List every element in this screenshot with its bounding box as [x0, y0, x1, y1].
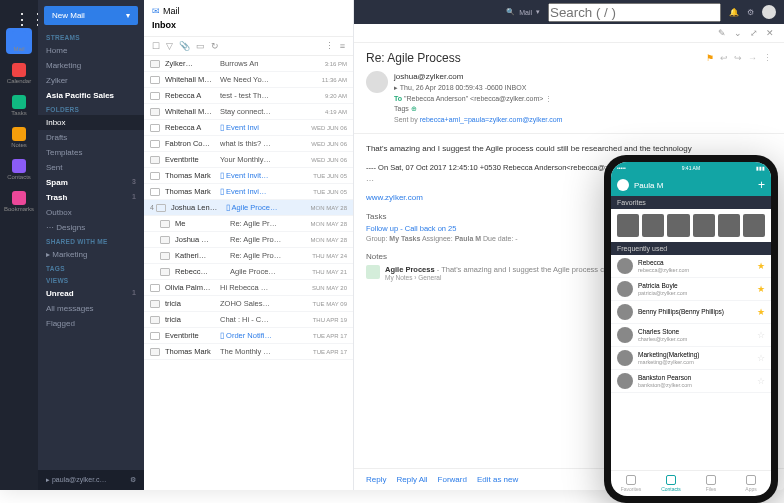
- mail-row[interactable]: Rebecca A▯ Event InviWED JUN 06: [144, 120, 353, 136]
- add-tag-icon[interactable]: ⊕: [411, 105, 417, 112]
- sidebar-item[interactable]: ▸ Marketing: [38, 247, 144, 262]
- mail-row[interactable]: Olivia Palm…Hi Rebecca …SUN MAY 20: [144, 280, 353, 296]
- mail-row[interactable]: Whitehall M…We Need Yo…11:36 AM: [144, 72, 353, 88]
- user-avatar[interactable]: [762, 5, 776, 19]
- more-icon[interactable]: ⋮: [325, 41, 334, 51]
- contact-avatar: [617, 327, 633, 343]
- mail-row[interactable]: 4Joshua Len…▯ Agile Proce…MON MAY 28: [144, 200, 353, 216]
- sidebar-item[interactable]: Inbox: [38, 115, 144, 130]
- rail-bookmarks[interactable]: Bookmarks: [6, 188, 32, 214]
- sidebar-item[interactable]: All messages: [38, 301, 144, 316]
- user-avatar[interactable]: [617, 179, 629, 191]
- mail-row[interactable]: Fabtron Co…what is this? …WED JUN 06: [144, 136, 353, 152]
- flag-icon[interactable]: ⚑: [706, 53, 714, 63]
- phone-tab-files[interactable]: Files: [691, 471, 731, 496]
- notifications-icon[interactable]: 🔔: [729, 8, 739, 17]
- sidebar-item[interactable]: Templates: [38, 145, 144, 160]
- favorite-avatar[interactable]: [718, 214, 740, 237]
- mail-row[interactable]: Thomas MarkThe Monthly …TUE APR 17: [144, 344, 353, 360]
- mail-row[interactable]: Joshua …Re: Agile Pro…MON MAY 28: [144, 232, 353, 248]
- new-mail-button[interactable]: New Mail▾: [44, 6, 138, 25]
- mail-row[interactable]: Thomas Mark▯ Event Invit…TUE JUN 05: [144, 168, 353, 184]
- checkbox-icon[interactable]: ☐: [152, 41, 160, 51]
- collapse-icon[interactable]: ⌄: [734, 28, 742, 38]
- rail-tasks[interactable]: Tasks: [6, 92, 32, 118]
- contact-row[interactable]: Charles Stonecharles@zylker.com☆: [611, 324, 771, 347]
- rail-mail[interactable]: Mail: [6, 28, 32, 54]
- phone-tab-favorites[interactable]: Favorites: [611, 471, 651, 496]
- star-icon[interactable]: ☆: [757, 330, 765, 340]
- reply-all-button[interactable]: Reply All: [396, 475, 427, 484]
- forward-icon[interactable]: →: [748, 53, 757, 63]
- apps-grid-icon[interactable]: ⋮⋮⋮: [14, 10, 24, 20]
- sidebar-item[interactable]: Sent: [38, 160, 144, 175]
- contact-row[interactable]: Benny Phillips(Benny Phillips)★: [611, 301, 771, 324]
- sidebar-item[interactable]: Spam3: [38, 175, 144, 190]
- contact-avatar: [617, 373, 633, 389]
- sort-icon[interactable]: ≡: [340, 41, 345, 51]
- favorite-avatar[interactable]: [667, 214, 689, 237]
- phone-tab-apps[interactable]: Apps: [731, 471, 771, 496]
- contact-row[interactable]: Bankston Pearsonbankston@zylker.com☆: [611, 370, 771, 393]
- contact-row[interactable]: Rebeccarebecca@zylker.com★: [611, 255, 771, 278]
- mail-row[interactable]: triciaZOHO Sales…TUE MAY 09: [144, 296, 353, 312]
- sidebar-item[interactable]: Trash1: [38, 190, 144, 205]
- sidebar-item[interactable]: Home: [38, 43, 144, 58]
- sidebar-item[interactable]: Flagged: [38, 316, 144, 331]
- search-input[interactable]: [548, 3, 721, 22]
- mail-row[interactable]: triciaChat : Hi - C…THU APR 19: [144, 312, 353, 328]
- star-icon[interactable]: ☆: [757, 376, 765, 386]
- refresh-icon[interactable]: ↻: [211, 41, 219, 51]
- sidebar-item[interactable]: Asia Pacific Sales: [38, 88, 144, 103]
- attachment-icon[interactable]: 📎: [179, 41, 190, 51]
- contact-row[interactable]: Patricia Boylepatricia@zylker.com★: [611, 278, 771, 301]
- archive-icon[interactable]: ▭: [196, 41, 205, 51]
- sidebar-item[interactable]: ⋯ Designs: [38, 220, 144, 235]
- sidebar-item[interactable]: Drafts: [38, 130, 144, 145]
- forward-button[interactable]: Forward: [438, 475, 467, 484]
- sidebar-item[interactable]: Unread1: [38, 286, 144, 301]
- sidebar-item[interactable]: Zylker: [38, 73, 144, 88]
- more-icon[interactable]: ⋮: [763, 53, 772, 63]
- rail-notes[interactable]: Notes: [6, 124, 32, 150]
- star-icon[interactable]: ☆: [757, 353, 765, 363]
- star-icon[interactable]: ★: [757, 307, 765, 317]
- favorites-row: [611, 209, 771, 242]
- compose-icon[interactable]: ✎: [718, 28, 726, 38]
- reply-all-icon[interactable]: ↪: [734, 53, 742, 63]
- settings-icon[interactable]: ⚙: [747, 8, 754, 17]
- search-scope[interactable]: 🔍Mail▾: [506, 8, 540, 16]
- rail-contacts[interactable]: Contacts: [6, 156, 32, 182]
- phone-tab-contacts[interactable]: Contacts: [651, 471, 691, 496]
- mail-row[interactable]: Whitehall M…Stay connect…4:19 AM: [144, 104, 353, 120]
- star-icon[interactable]: ★: [757, 284, 765, 294]
- edit-as-new-button[interactable]: Edit as new: [477, 475, 518, 484]
- mail-row[interactable]: Zylker…Burrows An3:16 PM: [144, 56, 353, 72]
- add-button[interactable]: +: [758, 178, 765, 192]
- account-switcher[interactable]: ▸ paula@zylker.c…⚙: [38, 470, 144, 490]
- sidebar-item[interactable]: Outbox: [38, 205, 144, 220]
- mail-row[interactable]: MeRe: Agile Pr…MON MAY 28: [144, 216, 353, 232]
- sent-by: rebecca+aml_=paula=zylker.com@zylker.com: [420, 116, 563, 123]
- favorite-avatar[interactable]: [642, 214, 664, 237]
- mail-row[interactable]: EventbriteYour Monthly…WED JUN 06: [144, 152, 353, 168]
- expand-icon[interactable]: ⤢: [750, 28, 758, 38]
- reply-button[interactable]: Reply: [366, 475, 386, 484]
- close-icon[interactable]: ✕: [766, 28, 774, 38]
- mail-row[interactable]: Rebecc…Agile Proce…THU MAY 21: [144, 264, 353, 280]
- gear-icon[interactable]: ⚙: [130, 476, 136, 484]
- favorite-avatar[interactable]: [617, 214, 639, 237]
- rail-calendar[interactable]: Calendar: [6, 60, 32, 86]
- favorite-avatar[interactable]: [743, 214, 765, 237]
- filter-icon[interactable]: ▽: [166, 41, 173, 51]
- mail-row[interactable]: Eventbrite▯ Order Notifi…TUE APR 17: [144, 328, 353, 344]
- contact-row[interactable]: Marketing(Marketing)marketing@zylker.com…: [611, 347, 771, 370]
- contact-avatar: [617, 258, 633, 274]
- sidebar-item[interactable]: Marketing: [38, 58, 144, 73]
- mail-row[interactable]: Rebecca Atest - test Th…9:20 AM: [144, 88, 353, 104]
- star-icon[interactable]: ★: [757, 261, 765, 271]
- reply-icon[interactable]: ↩: [720, 53, 728, 63]
- mail-row[interactable]: Katheri…Re: Agile Pro…THU MAY 24: [144, 248, 353, 264]
- mail-row[interactable]: Thomas Mark▯ Event Invi…TUE JUN 05: [144, 184, 353, 200]
- favorite-avatar[interactable]: [693, 214, 715, 237]
